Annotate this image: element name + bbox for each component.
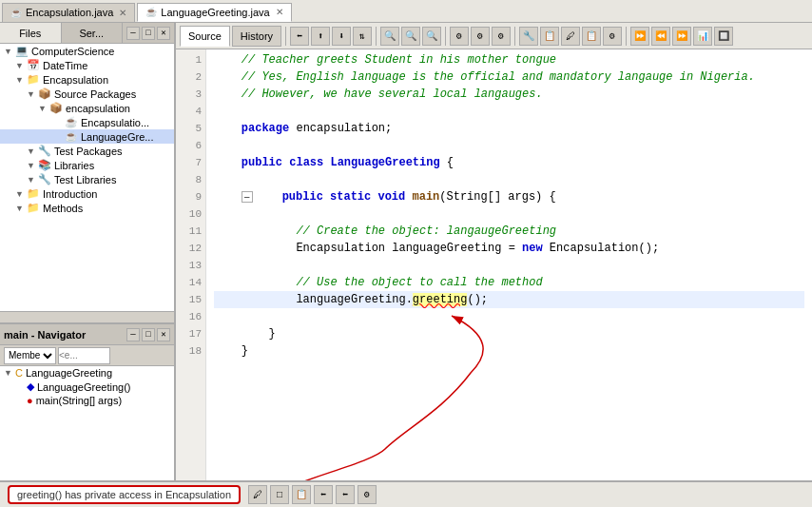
tree-arrow-epkg: ▼ — [38, 104, 49, 113]
java-file-icon-2: ☕ — [65, 130, 78, 143]
tree-item-computerscience[interactable]: ▼ 💻 ComputerScience — [0, 44, 174, 58]
history-tab[interactable]: History — [232, 26, 281, 47]
tab-encapsulation[interactable]: ☕ Encapsulation.java ✕ — [2, 3, 135, 22]
toolbar-btn-19[interactable]: 📊 — [693, 27, 712, 46]
tree-item-encapsulation[interactable]: ▼ 📁 Encapsulation — [0, 72, 174, 87]
tree-arrow-lib: ▼ — [27, 161, 38, 170]
method-icon: ● — [27, 395, 33, 406]
toolbar-btn-17[interactable]: ⏪ — [651, 27, 670, 46]
files-tab[interactable]: Files — [0, 23, 62, 43]
toolbar-sep-4 — [514, 27, 515, 46]
tree-item-testpkg[interactable]: ▼ 🔧 Test Packages — [0, 144, 174, 158]
toolbar-sep-5 — [626, 27, 627, 46]
files-tab-label: Files — [19, 28, 41, 39]
java-icon-2: ☕ — [145, 7, 157, 17]
toolbar-sep-2 — [376, 27, 377, 46]
status-bar: greeting() has private access in Encapsu… — [0, 480, 812, 507]
toolbar-btn-18[interactable]: ⏩ — [672, 27, 691, 46]
bottom-btn-1[interactable]: 🖊 — [248, 485, 267, 504]
navigator-tree: ▼ C LanguageGreeting ◆ LanguageGreeting(… — [0, 366, 174, 480]
source-tab[interactable]: Source — [180, 26, 230, 47]
toolbar-btn-4[interactable]: ⇅ — [353, 27, 372, 46]
toolbar-btn-11[interactable]: 🔧 — [519, 27, 538, 46]
bottom-btn-5[interactable]: ⬅ — [336, 485, 355, 504]
tree-item-sourcepackages[interactable]: ▼ 📦 Source Packages — [0, 87, 174, 101]
toolbar-btn-16[interactable]: ⏩ — [630, 27, 649, 46]
line-3: // However, we have several local langau… — [214, 88, 543, 101]
services-tab[interactable]: Ser... — [62, 23, 124, 43]
testpkg-icon: 🔧 — [38, 145, 51, 157]
tree-item-lgfile[interactable]: ☕ LanguageGre... — [0, 129, 174, 144]
datetime-icon: 📅 — [27, 59, 40, 71]
toolbar-btn-10[interactable]: ⚙ — [492, 27, 511, 46]
constructor-icon: ◆ — [27, 380, 34, 393]
line-1: // Teacher greets Student in his mother … — [214, 53, 556, 67]
editor-wrapper: 12345 678910 1112131415 161718 // Teache… — [176, 49, 812, 480]
tree-item-encfile[interactable]: ☕ Encapsulatio... — [0, 115, 174, 129]
minimize-panel-btn[interactable]: ─ — [126, 27, 140, 40]
code-editor[interactable]: // Teacher greets Student in his mother … — [206, 49, 812, 480]
package-icon: 📦 — [38, 88, 51, 100]
tree-arrow: ▼ — [15, 61, 27, 70]
methods-icon: 📁 — [27, 202, 40, 214]
tree-arrow-meth: ▼ — [15, 204, 27, 213]
nav-item-main[interactable]: ● main(String[] args) — [0, 394, 174, 407]
tab-languagegreeting[interactable]: ☕ LanguageGreeting.java ✕ — [137, 3, 291, 22]
line-9: ─ public static void main(String[] args)… — [214, 190, 556, 204]
intro-icon: 📁 — [27, 187, 40, 200]
toolbar-sep-3 — [445, 27, 446, 46]
bottom-toolbar: 🖊 □ 📋 ⬅ ⬅ ⚙ — [248, 485, 377, 504]
navigator-filter-row: Members — [0, 345, 174, 366]
tree-scrollbar[interactable] — [0, 311, 174, 322]
tab-close-encapsulation[interactable]: ✕ — [119, 8, 126, 18]
left-panel: Files Ser... ─ □ ✕ ▼ 💻 ComputerScience — [0, 23, 176, 480]
bottom-btn-4[interactable]: ⬅ — [314, 485, 333, 504]
toolbar-btn-9[interactable]: ⚙ — [471, 27, 490, 46]
tree-item-datetime[interactable]: ▼ 📅 DateTime — [0, 58, 174, 72]
toolbar-btn-14[interactable]: 📋 — [582, 27, 601, 46]
toolbar-btn-15[interactable]: ⚙ — [603, 27, 622, 46]
tree-arrow-tp: ▼ — [27, 146, 38, 156]
tree-item-encpkg[interactable]: ▼ 📦 encapsulation — [0, 101, 174, 115]
file-tree: ▼ 💻 ComputerScience ▼ 📅 DateTime ▼ 📁 Enc… — [0, 44, 174, 311]
tree-item-testlib[interactable]: ▼ 🔧 Test Libraries — [0, 172, 174, 186]
nav-close-btn[interactable]: ✕ — [157, 328, 170, 341]
nav-item-class[interactable]: ▼ C LanguageGreeting — [0, 366, 174, 380]
toolbar-btn-20[interactable]: 🔲 — [714, 27, 733, 46]
nav-item-constructor[interactable]: ◆ LanguageGreeting() — [0, 380, 174, 394]
left-panel-tabs: Files Ser... ─ □ ✕ — [0, 23, 174, 44]
tree-item-libraries[interactable]: ▼ 📚 Libraries — [0, 158, 174, 172]
toolbar-btn-3[interactable]: ⬇ — [332, 27, 351, 46]
tree-arrow-enc: ▼ — [15, 75, 27, 85]
toolbar-btn-2[interactable]: ⬆ — [311, 27, 330, 46]
code-area[interactable]: 12345 678910 1112131415 161718 // Teache… — [176, 49, 812, 480]
class-icon: C — [15, 367, 23, 379]
toolbar-btn-7[interactable]: 🔍 — [422, 27, 441, 46]
close-panel-btn[interactable]: ✕ — [157, 27, 170, 40]
line-14: // Use the object to call the method — [214, 276, 543, 289]
toolbar-btn-1[interactable]: ⬅ — [290, 27, 309, 46]
members-filter[interactable]: Members — [4, 347, 56, 364]
toolbar-btn-8[interactable]: ⚙ — [450, 27, 469, 46]
file-tabs: ☕ Encapsulation.java ✕ ☕ LanguageGreetin… — [0, 0, 812, 23]
bottom-btn-2[interactable]: □ — [270, 485, 289, 504]
navigator-panel: main - Navigator ─ □ ✕ Members — [0, 322, 174, 480]
toolbar-btn-5[interactable]: 🔍 — [380, 27, 399, 46]
line-5: package encapsulation; — [214, 122, 392, 135]
toolbar-separator — [285, 27, 286, 46]
line-18 — [214, 361, 221, 375]
toolbar-btn-13[interactable]: 🖊 — [561, 27, 580, 46]
bottom-btn-6[interactable]: ⚙ — [358, 485, 377, 504]
toolbar-btn-6[interactable]: 🔍 — [401, 27, 420, 46]
line-numbers: 12345 678910 1112131415 161718 — [176, 49, 206, 480]
package-icon-2: 📦 — [49, 102, 63, 114]
nav-maximize-btn[interactable]: □ — [142, 328, 155, 341]
tab-close-languagegreeting[interactable]: ✕ — [276, 7, 283, 17]
tree-item-methods[interactable]: ▼ 📁 Methods — [0, 201, 174, 215]
maximize-panel-btn[interactable]: □ — [142, 27, 155, 40]
bottom-btn-3[interactable]: 📋 — [292, 485, 311, 504]
nav-minimize-btn[interactable]: ─ — [126, 328, 140, 341]
nav-search-input[interactable] — [58, 347, 110, 364]
toolbar-btn-12[interactable]: 📋 — [540, 27, 559, 46]
tree-item-introduction[interactable]: ▼ 📁 Introduction — [0, 186, 174, 201]
